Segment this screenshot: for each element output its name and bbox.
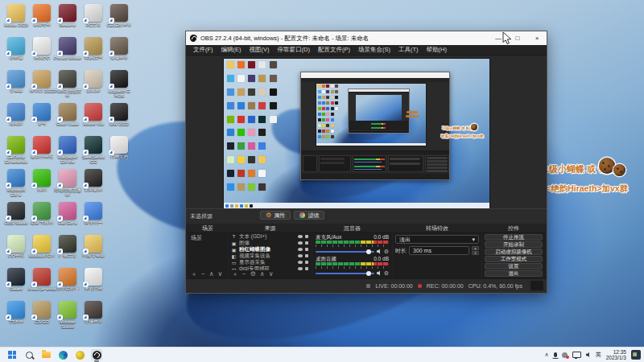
obs-preview-area[interactable]: 11级小蝴蝶 或 钻粉 联系<绝韵Hiraeth>加vx群: [186, 56, 547, 208]
menu-item-5[interactable]: 场景集合(S): [354, 46, 394, 54]
obs-titlebar[interactable]: OBS 27.2.4 (64-bit, windows) - 配置文件: 未命名…: [186, 31, 547, 45]
desktop-icon[interactable]: OBS Studio: [2, 202, 31, 225]
desktop-icon[interactable]: Logitech G HUB: [105, 70, 134, 98]
menu-item-3[interactable]: 停靠窗口(D): [274, 46, 314, 54]
eye-icon[interactable]: [298, 248, 303, 251]
lock-icon[interactable]: [305, 248, 308, 251]
wegame-button[interactable]: [74, 349, 85, 360]
desktop-icon[interactable]: 火绒安全: [27, 4, 56, 27]
menu-item-2[interactable]: 视图(V): [246, 46, 274, 54]
clock[interactable]: 12:35 2023/1/3: [606, 349, 626, 360]
desktop-icon[interactable]: 说明文档: [105, 136, 134, 159]
lock-icon[interactable]: [305, 235, 308, 238]
desktop-icon[interactable]: Monster Studio: [53, 301, 82, 329]
filters-button[interactable]: 滤镜: [294, 211, 324, 220]
duration-spinner[interactable]: ▲▼: [472, 246, 479, 255]
start-button[interactable]: [6, 349, 18, 360]
volume-icon[interactable]: [586, 352, 591, 357]
desktop-icon[interactable]: Besiege: [53, 4, 82, 27]
desktop-icon[interactable]: 直播照片: [79, 301, 108, 324]
transitions-dock-title[interactable]: 转场特效: [393, 224, 481, 232]
menu-item-4[interactable]: 配置文件(P): [314, 46, 354, 54]
move-button[interactable]: ∨: [269, 271, 274, 278]
volume-slider[interactable]: [316, 251, 374, 253]
add-button[interactable]: ＋: [232, 271, 238, 278]
speaker-icon[interactable]: [377, 249, 382, 254]
duration-input[interactable]: 300 ms: [409, 246, 469, 255]
close-button[interactable]: ×: [527, 31, 547, 45]
desktop-icon[interactable]: Microsoft Edge: [2, 169, 31, 197]
scenes-dock-title[interactable]: 场景: [188, 224, 228, 232]
desktop-icon[interactable]: 哔哩哔哩直播姬: [53, 169, 82, 197]
eye-icon[interactable]: [298, 261, 303, 264]
tray-chevron-icon[interactable]: ∧: [545, 352, 549, 358]
transition-select[interactable]: 淡出 ▾: [395, 235, 479, 244]
desktop-icon[interactable]: Among Us: [79, 103, 108, 126]
desktop-icon[interactable]: 阿里云盘: [79, 202, 108, 225]
controls-dock-title[interactable]: 控件: [482, 224, 545, 232]
edge-button[interactable]: [57, 349, 68, 360]
lock-icon[interactable]: [305, 254, 308, 257]
gear-icon[interactable]: ⚙: [250, 271, 256, 278]
eye-icon[interactable]: [298, 241, 303, 245]
desktop-icon[interactable]: 文件夹: [2, 70, 31, 93]
desktop-icon[interactable]: PUBG 绝地求生: [53, 70, 82, 98]
control-button-3[interactable]: 工作室模式: [485, 256, 543, 262]
lock-icon[interactable]: [305, 241, 308, 245]
sources-toolbar[interactable]: ＋−⚙∧∨: [229, 270, 312, 278]
ime-indicator[interactable]: 英: [596, 351, 601, 359]
lock-icon[interactable]: [305, 261, 308, 264]
menu-item-1[interactable]: 编辑(E): [217, 46, 246, 54]
desktop-icon[interactable]: 此电脑: [2, 37, 31, 60]
desktop-icon[interactable]: 微信: [27, 169, 56, 192]
move-button[interactable]: ∨: [218, 271, 223, 278]
volume-slider[interactable]: [316, 273, 374, 274]
scene-item[interactable]: 场景: [188, 232, 228, 244]
control-button-1[interactable]: 开始录制: [485, 241, 543, 248]
desktop-icon[interactable]: Project Winter: [53, 37, 82, 60]
desktop-icon[interactable]: 百宝箱 2022: [27, 70, 56, 93]
obs-tray-icon[interactable]: [562, 352, 568, 358]
desktop-icon[interactable]: TT语音: [2, 301, 31, 324]
desktop-icon[interactable]: 装备图: [79, 70, 108, 93]
desktop-icon[interactable]: 回收站: [2, 103, 31, 126]
desktop-icon[interactable]: Steam: [2, 268, 31, 291]
move-button[interactable]: ∧: [209, 271, 214, 278]
menu-item-0[interactable]: 文件(F): [189, 46, 217, 54]
desktop-icon[interactable]: MuMu模拟器: [27, 235, 56, 258]
add-button[interactable]: ＋: [191, 271, 197, 278]
speaker-icon[interactable]: [377, 271, 382, 276]
desktop-icon[interactable]: Apex Legends: [27, 268, 56, 291]
channel-gear-icon[interactable]: ⚙: [384, 249, 389, 254]
desktop-icon[interactable]: Rusty Lake: [53, 103, 82, 126]
desktop-icon[interactable]: 腾讯QQ: [27, 37, 56, 60]
desktop-icon[interactable]: 天气: [27, 103, 56, 126]
desktop-icon[interactable]: 徽章工具: [53, 235, 82, 258]
move-button[interactable]: ∧: [260, 271, 265, 278]
desktop-icon[interactable]: Fall Guys: [53, 202, 82, 225]
menu-item-7[interactable]: 帮助(H): [423, 46, 451, 54]
desktop-icon[interactable]: Adobe 2023: [2, 4, 31, 27]
desktop-icon[interactable]: 英雄联盟: [79, 37, 108, 60]
desktop-icon[interactable]: SteelSeries GG: [79, 136, 108, 164]
obs-preview-canvas[interactable]: 11级小蝴蝶 或 钻粉 联系<绝韵Hiraeth>加vx群: [224, 59, 489, 208]
desktop-icon[interactable]: Wallpaper Engine: [53, 136, 82, 164]
desktop-icon[interactable]: 饥荒联机版: [53, 268, 82, 291]
desktop-icon[interactable]: 头像照片: [105, 37, 134, 60]
channel-gear-icon[interactable]: ⚙: [384, 270, 389, 276]
sources-dock-title[interactable]: 来源: [229, 224, 312, 232]
desktop-icon[interactable]: GeForce Experience: [2, 136, 31, 164]
menu-item-6[interactable]: 工具(T): [394, 46, 423, 54]
desktop-icon[interactable]: 游戏文件夹: [79, 235, 108, 258]
desktop-icon[interactable]: 网易云音乐: [27, 136, 56, 159]
eye-icon[interactable]: [298, 235, 303, 238]
obs-taskbar-button[interactable]: [91, 349, 102, 360]
desktop-icon[interactable]: 更新说明: [79, 268, 108, 291]
desktop-icon[interactable]: PC工具: [79, 4, 108, 27]
file-explorer-button[interactable]: [40, 349, 52, 360]
control-button-0[interactable]: 停止推流: [485, 234, 543, 241]
remove-button[interactable]: −: [242, 271, 246, 278]
remove-button[interactable]: −: [201, 271, 205, 278]
desktop-icon[interactable]: 素材截图: [79, 169, 108, 192]
desktop-icon[interactable]: CELEB 照片: [105, 4, 134, 27]
